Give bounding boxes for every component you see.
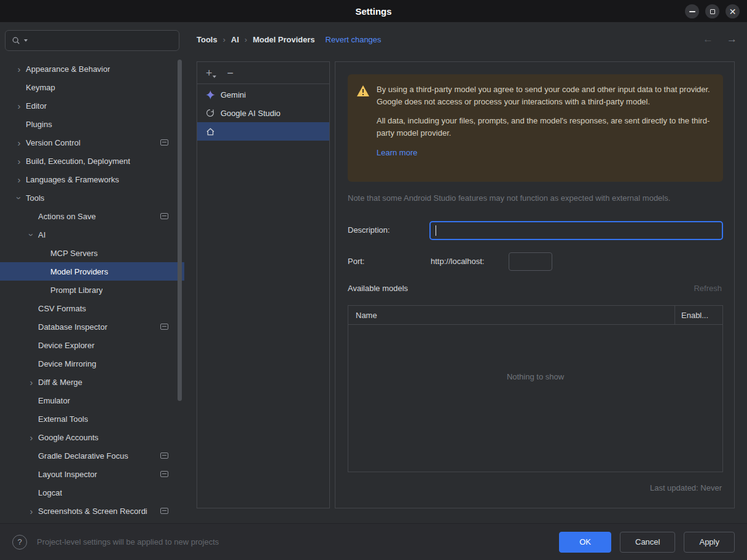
column-header-name[interactable]: Name: [348, 311, 675, 320]
help-button[interactable]: ?: [12, 535, 27, 550]
sidebar-item-label: Languages & Frameworks: [26, 175, 119, 184]
screen-settings-icon: [160, 139, 168, 146]
revert-changes-link[interactable]: Revert changes: [326, 35, 381, 44]
sidebar-item-label: Build, Execution, Deployment: [26, 157, 130, 166]
sidebar-item-ai[interactable]: ›AI: [0, 225, 184, 244]
sidebar-item-label: Actions on Save: [38, 212, 96, 221]
chevron-right-icon[interactable]: ›: [12, 101, 26, 111]
sidebar-item-tools[interactable]: ›Tools: [0, 189, 184, 207]
port-input[interactable]: [509, 252, 552, 271]
sidebar-item-plugins[interactable]: Plugins: [0, 115, 184, 133]
provider-detail-panel: By using a third-party model you agree t…: [335, 61, 735, 508]
learn-more-link[interactable]: Learn more: [377, 147, 417, 159]
breadcrumb-separator: ›: [244, 35, 247, 44]
sidebar-item-actions-on-save[interactable]: Actions on Save: [0, 207, 184, 225]
cancel-button[interactable]: Cancel: [620, 532, 675, 553]
sidebar-item-csv-formats[interactable]: CSV Formats: [0, 299, 184, 317]
screen-settings-icon: [160, 213, 168, 219]
sidebar-item-label: Keymap: [26, 83, 55, 92]
refresh-button[interactable]: Refresh: [694, 280, 722, 297]
sidebar-item-label: Appearance & Behavior: [26, 64, 110, 74]
description-input[interactable]: [429, 221, 723, 240]
provider-item-new-provider[interactable]: [197, 122, 329, 141]
settings-content: Tools › AI › Model Providers Revert chan…: [184, 22, 747, 523]
chevron-right-icon[interactable]: ›: [12, 174, 26, 185]
breadcrumb-ai[interactable]: AI: [231, 35, 239, 44]
chevron-right-icon[interactable]: ›: [12, 138, 26, 148]
chevron-right-icon[interactable]: ›: [25, 506, 38, 516]
settings-search-input[interactable]: [5, 30, 179, 51]
third-party-warning-banner: By using a third-party model you agree t…: [348, 74, 723, 182]
sidebar-item-label: Plugins: [26, 120, 52, 129]
sidebar-item-database-inspector[interactable]: Database Inspector: [0, 317, 184, 336]
sidebar-item-editor[interactable]: ›Editor: [0, 96, 184, 115]
sidebar-item-device-explorer[interactable]: Device Explorer: [0, 336, 184, 354]
minimize-button[interactable]: [685, 4, 699, 18]
sidebar-item-label: Emulator: [38, 396, 70, 405]
back-arrow-icon[interactable]: ←: [703, 33, 713, 45]
sidebar-item-device-mirroring[interactable]: Device Mirroring: [0, 354, 184, 373]
provider-list: GeminiGoogle AI Studio: [197, 84, 329, 141]
sidebar-item-label: Diff & Merge: [38, 378, 82, 387]
settings-tree: ›Appearance & BehaviorKeymap›EditorPlugi…: [0, 60, 184, 523]
gemini-icon: [205, 90, 215, 99]
sidebar-item-label: Device Explorer: [38, 341, 95, 350]
apply-button[interactable]: Apply: [684, 532, 735, 553]
provider-item-google-ai-studio[interactable]: Google AI Studio: [197, 104, 329, 122]
sidebar-item-appearance-behavior[interactable]: ›Appearance & Behavior: [0, 60, 184, 78]
sidebar-item-mcp-servers[interactable]: MCP Servers: [0, 244, 184, 262]
ok-button[interactable]: OK: [559, 532, 611, 553]
sidebar-item-logcat[interactable]: Logcat: [0, 483, 184, 502]
sidebar-item-model-providers[interactable]: Model Providers: [0, 262, 184, 281]
provider-item-label: Google AI Studio: [221, 109, 281, 118]
screen-settings-icon: [160, 508, 168, 514]
sidebar-item-screenshots-screen-recordi[interactable]: ›Screenshots & Screen Recordi: [0, 502, 184, 520]
warning-text: By using a third-party model you agree t…: [377, 84, 713, 182]
port-prefix: http://localhost:: [431, 252, 484, 271]
maximize-icon: [710, 9, 715, 14]
maximize-button[interactable]: [705, 4, 719, 18]
remove-provider-button[interactable]: −: [227, 68, 234, 79]
chevron-down-icon[interactable]: ›: [26, 228, 37, 241]
chevron-right-icon[interactable]: ›: [12, 64, 26, 74]
screen-settings-icon: [160, 453, 168, 459]
sidebar-item-diff-merge[interactable]: ›Diff & Merge: [0, 373, 184, 391]
provider-item-gemini[interactable]: Gemini: [197, 85, 329, 104]
chevron-right-icon[interactable]: ›: [25, 377, 38, 387]
search-icon: [12, 36, 20, 45]
sidebar-item-label: Model Providers: [50, 267, 108, 276]
window-title: Settings: [355, 6, 391, 17]
breadcrumb-tools[interactable]: Tools: [197, 35, 217, 44]
chevron-right-icon[interactable]: ›: [25, 432, 38, 443]
sidebar-item-keymap[interactable]: Keymap: [0, 78, 184, 96]
sidebar-item-build-execution-deployment[interactable]: ›Build, Execution, Deployment: [0, 152, 184, 170]
dialog-footer: ? Project-level settings will be applied…: [0, 523, 747, 560]
breadcrumb-model-providers: Model Providers: [252, 35, 315, 44]
sidebar-item-version-control[interactable]: ›Version Control: [0, 133, 184, 152]
sidebar-item-google-accounts[interactable]: ›Google Accounts: [0, 428, 184, 446]
column-header-enabled[interactable]: Enabl...: [675, 306, 722, 324]
sidebar-item-external-tools[interactable]: External Tools: [0, 410, 184, 428]
close-icon: ✕: [729, 7, 737, 16]
screen-settings-icon: [160, 471, 168, 477]
sidebar-item-emulator[interactable]: Emulator: [0, 391, 184, 410]
close-button[interactable]: ✕: [725, 4, 740, 18]
sidebar-item-label: Gradle Declarative Focus: [38, 451, 128, 461]
models-table: Name Enabl... Nothing to show: [348, 305, 723, 472]
add-provider-button[interactable]: +: [206, 68, 213, 79]
settings-sidebar: ›Appearance & BehaviorKeymap›EditorPlugi…: [0, 22, 184, 523]
port-label: Port:: [348, 252, 364, 271]
chevron-down-icon[interactable]: ›: [14, 191, 25, 204]
models-empty-state: Nothing to show: [348, 325, 722, 472]
titlebar: Settings ✕: [0, 0, 747, 22]
footer-hint-text: Project-level settings will be applied t…: [37, 537, 549, 546]
sidebar-item-layout-inspector[interactable]: Layout Inspector: [0, 465, 184, 483]
sidebar-item-prompt-library[interactable]: Prompt Library: [0, 281, 184, 299]
sidebar-item-label: Version Control: [26, 138, 80, 147]
forward-arrow-icon[interactable]: →: [727, 33, 737, 45]
sidebar-item-languages-frameworks[interactable]: ›Languages & Frameworks: [0, 170, 184, 189]
port-field-wrap: [509, 252, 552, 271]
chevron-right-icon[interactable]: ›: [12, 156, 26, 166]
sidebar-scrollbar[interactable]: [178, 60, 182, 401]
sidebar-item-gradle-declarative-focus[interactable]: Gradle Declarative Focus: [0, 446, 184, 465]
